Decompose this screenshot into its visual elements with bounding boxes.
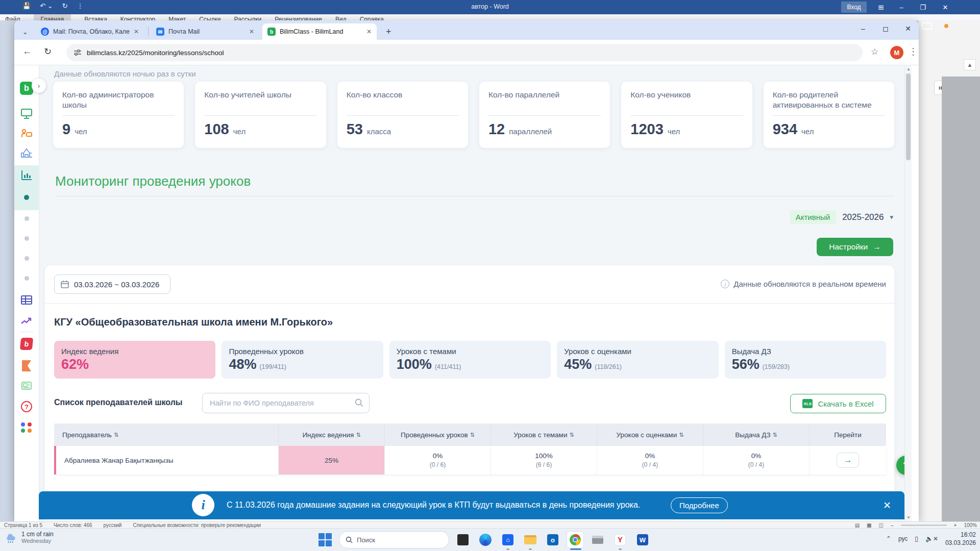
help-question-icon[interactable]: ? [14,401,39,412]
browser-menu-icon[interactable]: ⋮ [909,46,918,57]
bookmark-star-icon[interactable]: ☆ [871,46,878,57]
read-mode-icon[interactable]: ▤ [855,522,860,528]
col-header-grades[interactable]: Уроков с оценками [597,423,703,446]
chrome-icon[interactable] [567,531,584,548]
tab-search-chevron-icon[interactable]: ⌄ [17,23,33,40]
submenu-dot[interactable] [14,236,39,241]
school-building-icon[interactable] [14,147,39,158]
ribbon-tab-layout[interactable]: Макет [168,14,186,20]
new-tab-button[interactable]: + [381,23,395,40]
store-icon[interactable]: ⌂ [499,531,517,548]
comments-icon[interactable] [922,22,932,30]
word-icon[interactable]: W [634,531,651,548]
status-word-count[interactable]: Число слов: 466 [54,522,92,528]
zoom-in-icon[interactable]: + [954,522,957,528]
browser-minimize-button[interactable]: – [855,24,871,33]
scrollbar-thumb[interactable] [906,73,911,160]
tab-mail-ru[interactable]: @ Mail: Почта, Облако, Календар ✕ [36,23,144,40]
printer-icon[interactable] [589,531,606,548]
ribbon-tab-home[interactable]: Главная [34,14,71,20]
bilim-red-logo[interactable]: b [14,338,39,350]
teacher-desk-icon[interactable] [14,128,39,139]
ribbon-tab-design[interactable]: Конструктор [120,14,155,20]
ribbon-tab-references[interactable]: Ссылки [199,14,220,20]
print-layout-icon[interactable]: ▩ [867,522,871,528]
school-year-selector[interactable]: Активный 2025-2026 ▾ [790,210,893,224]
trend-arrow-icon[interactable] [14,316,39,325]
ribbon-display-options-icon[interactable]: ⊞ [874,2,888,13]
status-language[interactable]: русский [104,522,122,528]
submenu-dot[interactable] [14,216,39,221]
address-bar[interactable]: bilimclass.kz/2025/monitoring/lessons/sc… [66,44,863,61]
tab-bilimclass-active[interactable]: b BilimClass - BilimLand ✕ [262,23,377,40]
word-minimize-button[interactable]: – [894,2,909,13]
browser-close-button[interactable]: ✕ [900,24,916,33]
reload-icon[interactable]: ↻ [44,46,52,57]
edge-icon[interactable] [477,531,494,548]
col-header-topics[interactable]: Уроков с темами [491,423,597,446]
touch-keyboard-icon[interactable]: ▯ [915,535,918,542]
weather-widget[interactable]: 1 cm of rain Wednesday [4,531,54,544]
search-icon[interactable] [354,398,363,407]
ribbon-tab-file[interactable]: Файл [5,14,20,20]
banner-close-icon[interactable]: ✕ [883,499,891,511]
tab-close-icon[interactable]: ✕ [249,28,254,35]
date-range-picker[interactable]: 03.03.2026 ~ 03.03.2026 [54,274,170,294]
col-header-conducted[interactable]: Проведенных уроков [385,423,491,446]
volume-muted-icon[interactable]: 🔈✕ [925,535,938,542]
col-header-index[interactable]: Индекс ведения [279,423,385,446]
page-scrollbar[interactable]: ▲ ▼ [904,65,912,521]
word-restore-button[interactable]: ❐ [916,2,930,13]
ribbon-tab-mailings[interactable]: Рассылки [234,14,261,20]
status-accessibility[interactable]: Специальные возможности: проверьте реком… [133,522,261,528]
browser-maximize-button[interactable]: ◻ [878,24,893,33]
taskbar-search[interactable]: Поиск [339,531,449,548]
outlook-icon[interactable]: o [544,531,561,548]
tab-close-icon[interactable]: ✕ [134,28,139,35]
back-icon[interactable]: ← [22,46,32,57]
zoom-slider[interactable] [901,524,947,526]
file-explorer-icon[interactable] [522,531,539,548]
scroll-up-icon[interactable]: ▲ [906,67,911,71]
scroll-down-icon[interactable]: ▼ [906,515,911,520]
zoom-percent[interactable]: 100% [964,522,977,528]
settings-button[interactable]: Настройки → [817,238,893,256]
ribbon-tab-help[interactable]: Справка [360,14,384,20]
submenu-dot[interactable] [14,276,39,281]
zoom-out-icon[interactable]: – [891,522,894,528]
tray-expand-icon[interactable]: ⌃ [886,535,891,542]
taskview-icon[interactable] [454,531,472,548]
monitoring-bar-chart-icon[interactable] [14,169,39,181]
clock[interactable]: 16:02 03.03.2026 [945,531,976,547]
start-button[interactable] [316,531,334,548]
journal-table-icon[interactable] [14,295,39,305]
go-arrow-button[interactable]: → [837,453,859,468]
sidebar-expand-icon[interactable]: › [32,79,46,93]
word-close-button[interactable]: ✕ [938,2,952,13]
word-signin-button[interactable]: Вход [841,2,867,13]
tab-close-icon[interactable]: ✕ [366,28,372,35]
ribbon-tab-view[interactable]: Вид [335,14,347,20]
tab-pochta-mail[interactable]: ✉ Почта Mail ✕ [151,23,259,40]
download-excel-button[interactable]: XLS Скачать в Excel [790,394,886,413]
browser-profile-avatar[interactable]: M [890,46,903,59]
word-scroll-up-arrow[interactable]: ▲ [964,59,976,70]
news-icon[interactable] [14,381,39,391]
banner-details-button[interactable]: Подробнее [671,497,728,513]
web-layout-icon[interactable]: ◫ [879,522,884,528]
submenu-dot[interactable] [14,256,39,261]
orange-app-logo[interactable] [14,359,39,372]
col-header-teacher[interactable]: Преподаватель [54,423,279,446]
status-page-count[interactable]: Страница 1 из 5 [4,522,42,528]
monitor-icon[interactable] [14,108,39,119]
chevron-down-icon[interactable]: ▾ [890,213,893,221]
language-indicator[interactable]: рус [898,535,908,542]
site-settings-icon[interactable] [74,48,82,57]
yandex-icon[interactable]: Y [611,531,629,548]
teacher-search-input[interactable] [202,393,370,413]
col-header-homework[interactable]: Выдача ДЗ [703,423,810,446]
apps-grid-icon[interactable] [14,422,39,433]
ribbon-tab-insert[interactable]: Вставка [84,14,107,20]
submenu-active-dot[interactable] [14,195,39,200]
ribbon-tab-review[interactable]: Рецензирование [275,14,322,20]
